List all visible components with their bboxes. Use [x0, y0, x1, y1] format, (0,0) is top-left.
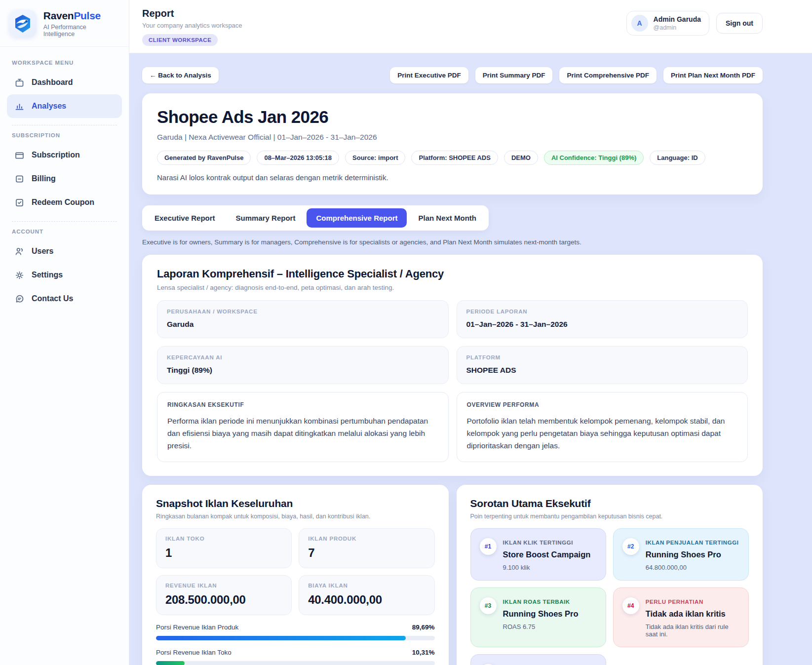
report-hero-card: Shopee Ads Jan 2026 Garuda | Nexa Active… [142, 93, 763, 195]
analyses-icon [14, 101, 25, 112]
highlight-detail: 9.100 klik [503, 564, 591, 571]
topbar-right: A Admin Garuda @admin Sign out [626, 11, 763, 36]
sidebar-item-settings[interactable]: Settings [7, 263, 122, 287]
progress-track [156, 636, 435, 640]
stat-iklan-toko: IKLAN TOKO 1 [156, 528, 292, 568]
badge-generated-by: Generated by RavenPulse [157, 151, 251, 165]
nav-section-workspace-menu: WORKSPACE MENU [12, 60, 117, 66]
sidebar-item-users[interactable]: Users [7, 239, 122, 263]
field-value: Garuda [167, 320, 439, 329]
badge-platform: Platform: SHOPEE ADS [411, 151, 498, 165]
brand-name: RavenPulse [43, 10, 119, 22]
brand-tagline: AI Performance Intelligence [43, 24, 119, 38]
field-kepercayaan-ai: KEPERCAYAAN AI Tinggi (89%) [157, 346, 449, 384]
bar-porsi-revenue-produk: Porsi Revenue Iklan Produk 89,69% [156, 624, 435, 640]
sidebar-item-label: Settings [32, 271, 63, 279]
back-to-analysis-button[interactable]: ← Back to Analysis [142, 67, 219, 83]
snapshot-title: Snapshot Iklan Keseluruhan [156, 498, 435, 509]
field-value: Tinggi (89%) [167, 366, 439, 375]
highlight-card-kualitas-traffic: #5 KUALITAS TRAFFIC CTR 4,53% | CVR 1,69… [470, 654, 606, 665]
dashboard-icon [14, 77, 25, 88]
sidebar-item-dashboard[interactable]: Dashboard [7, 71, 122, 94]
highlight-value: Tidak ada iklan kritis [646, 609, 739, 619]
comprehensive-report-card: Laporan Komprehensif – Intelligence Spec… [142, 255, 763, 476]
summary-label: RINGKASAN EKSEKUTIF [167, 401, 438, 408]
gear-icon [14, 270, 25, 280]
sidebar-item-label: Users [32, 247, 53, 256]
rank-badge: #3 [480, 597, 497, 614]
print-button-group: Print Executive PDF Print Summary PDF Pr… [390, 67, 763, 83]
comprehensive-title: Laporan Komprehensif – Intelligence Spec… [157, 268, 748, 280]
user-name: Admin Garuda [654, 15, 701, 23]
user-chip[interactable]: A Admin Garuda @admin [626, 11, 709, 36]
nav-divider [12, 125, 117, 125]
highlight-card-roas-terbaik: #3 IKLAN ROAS TERBAIK Running Shoes Pro … [470, 587, 606, 647]
highlight-label: IKLAN ROAS TERBAIK [503, 599, 579, 605]
badge-ai-confidence: AI Confidence: Tinggi (89%) [544, 151, 644, 165]
stat-value: 7 [308, 546, 425, 560]
brand-name-primary: Raven [43, 10, 74, 21]
snapshot-stat-grid: IKLAN TOKO 1 IKLAN PRODUK 7 REVENUE IKLA… [156, 528, 435, 615]
print-executive-pdf-button[interactable]: Print Executive PDF [390, 67, 468, 83]
sidebar-item-contact-us[interactable]: Contact Us [7, 287, 122, 311]
stat-label: IKLAN TOKO [165, 536, 282, 542]
bottom-row: Snapshot Iklan Keseluruhan Ringkasan bul… [142, 485, 763, 665]
sidebar-item-analyses[interactable]: Analyses [7, 94, 122, 118]
progress-fill [156, 661, 185, 665]
bar-label: Porsi Revenue Iklan Produk [156, 624, 238, 631]
sidebar-item-label: Billing [32, 174, 56, 183]
sidebar-item-label: Redeem Coupon [32, 198, 94, 207]
highlights-title: Sorotan Utama Eksekutif [470, 498, 749, 509]
brand-text: RavenPulse AI Performance Intelligence [43, 10, 119, 38]
main-column: Report Your company analytics workspace … [129, 0, 812, 665]
highlight-detail: ROAS 6.75 [503, 623, 579, 630]
sidebar-item-subscription[interactable]: Subscription [7, 143, 122, 167]
overview-performa-box: OVERVIEW PERFORMA Portofolio iklan telah… [457, 392, 748, 462]
rank-badge: #2 [622, 538, 639, 555]
highlight-label: IKLAN PENJUALAN TERTINGGI [646, 540, 739, 546]
snapshot-bars: Porsi Revenue Iklan Produk 89,69% Porsi … [156, 624, 435, 665]
stat-label: REVENUE IKLAN [165, 583, 282, 588]
stat-revenue-iklan: REVENUE IKLAN 208.500.000,00 [156, 575, 292, 615]
sidebar-item-redeem-coupon[interactable]: Redeem Coupon [7, 191, 122, 214]
toolbar-row: ← Back to Analysis Print Executive PDF P… [142, 67, 763, 83]
topbar-left: Report Your company analytics workspace … [142, 8, 242, 46]
ringkasan-eksekutif-box: RINGKASAN EKSEKUTIF Performa iklan perio… [157, 392, 449, 462]
users-icon [14, 246, 25, 257]
tabs-helper-text: Executive is for owners, Summary is for … [142, 238, 763, 246]
tab-plan-next-month[interactable]: Plan Next Month [409, 208, 486, 228]
highlight-card-penjualan-tertinggi: #2 IKLAN PENJUALAN TERTINGGI Running Sho… [613, 528, 749, 581]
stat-iklan-produk: IKLAN PRODUK 7 [299, 528, 434, 568]
tab-comprehensive-report[interactable]: Comprehensive Report [307, 208, 407, 228]
chat-icon [14, 293, 25, 304]
highlights-card: Sorotan Utama Eksekutif Poin terpenting … [457, 485, 763, 665]
comprehensive-field-grid: PERUSAHAAN / WORKSPACE Garuda PERIODE LA… [157, 300, 748, 384]
print-comprehensive-pdf-button[interactable]: Print Comprehensive PDF [559, 67, 657, 83]
content-scroll-area[interactable]: ← Back to Analysis Print Executive PDF P… [129, 53, 812, 665]
field-label: PERIODE LAPORAN [466, 309, 738, 314]
highlight-content: KUALITAS TRAFFIC CTR 4,53% | CVR 1,69% S… [503, 663, 597, 665]
print-summary-pdf-button[interactable]: Print Summary PDF [475, 67, 553, 83]
stat-value: 40.400.000,00 [308, 593, 425, 607]
report-ai-note: Narasi AI lolos kontrak output dan selar… [157, 173, 748, 182]
nav-divider [12, 221, 117, 222]
highlight-label: PERLU PERHATIAN [646, 599, 739, 605]
stat-label: IKLAN PRODUK [308, 536, 425, 542]
tab-executive-report[interactable]: Executive Report [145, 208, 225, 228]
sidebar-item-billing[interactable]: Billing [7, 167, 122, 191]
print-plan-next-month-pdf-button[interactable]: Print Plan Next Month PDF [663, 67, 763, 83]
field-label: KEPERCAYAAN AI [167, 354, 439, 360]
highlight-card-klik-tertinggi: #1 IKLAN KLIK TERTINGGI Store Boost Camp… [470, 528, 606, 581]
sign-out-button[interactable]: Sign out [716, 13, 763, 34]
field-periode: PERIODE LAPORAN 01–Jan–2026 - 31–Jan–202… [457, 300, 748, 338]
sidebar-item-label: Contact Us [32, 294, 73, 303]
highlight-content: IKLAN PENJUALAN TERTINGGI Running Shoes … [646, 537, 739, 571]
report-title: Shopee Ads Jan 2026 [157, 107, 748, 127]
tab-summary-report[interactable]: Summary Report [227, 208, 305, 228]
page-title: Report [142, 8, 242, 19]
stat-value: 208.500.000,00 [165, 593, 282, 607]
field-value: SHOPEE ADS [466, 366, 738, 375]
sidebar-nav: WORKSPACE MENU Dashboard Analyses SUBSCR… [0, 47, 129, 316]
brand-header: RavenPulse AI Performance Intelligence [0, 0, 129, 47]
bar-label: Porsi Revenue Iklan Toko [156, 649, 232, 656]
